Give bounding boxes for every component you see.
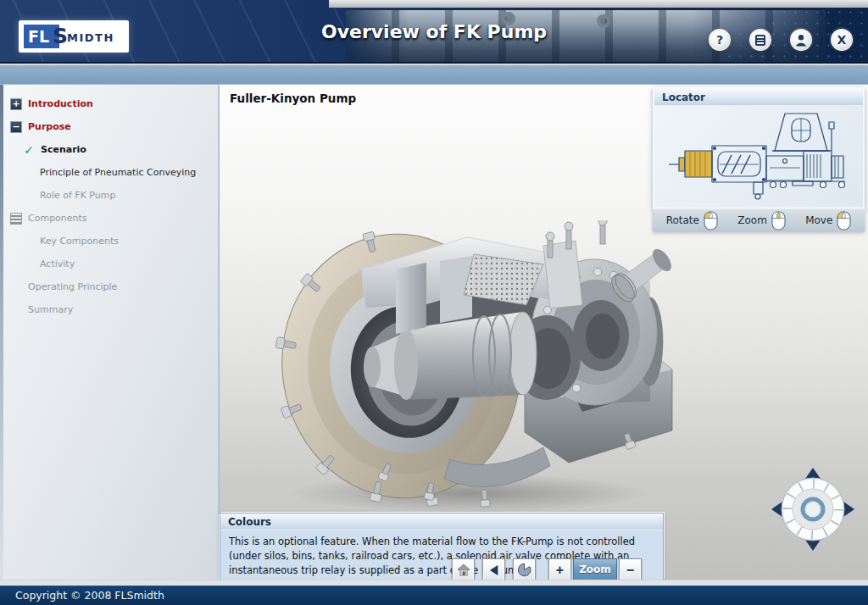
sidebar-item-summary[interactable]: Summary [0,298,218,321]
mouse-control-zoom: Zoom [737,211,786,230]
machine-eyebolt [597,14,610,28]
app-header: FL S MIDTH Overview of FK Pump ? X [0,0,868,64]
footer: Copyright © 2008 FLSmidth [0,586,868,605]
user-icon [794,33,808,47]
sidebar-item-label: Key Components [40,236,119,247]
minus-icon: − [626,563,634,577]
notes-button[interactable] [749,29,771,51]
mouse-icon [704,211,718,230]
sidebar-item-label: Introduction [28,98,93,109]
sidebar-item-label: Components [28,213,87,224]
check-icon: ✓ [23,143,35,157]
mouse-control-label: Move [805,214,832,226]
mouse-icon [837,211,851,230]
mouse-legend: RotateZoomMove [653,208,865,231]
mouse-icon [771,211,786,230]
sidebar-menu: +Introduction−Purpose✓ScenarioPrinciple … [0,85,219,580]
minus-box-icon[interactable]: − [10,121,22,133]
mouse-control-label: Zoom [737,214,767,226]
sidebar-item-introduction[interactable]: +Introduction [0,92,218,115]
notes-icon [755,35,765,46]
pan-right-arrow [843,502,854,517]
back-button[interactable] [482,558,505,581]
sidebar-item-purpose[interactable]: −Purpose [0,115,218,138]
close-icon: X [837,34,847,46]
viewport-nav-buttons: + Zoom − [452,558,642,581]
locator-panel: Locator [653,87,865,208]
back-arrow-icon [488,564,500,576]
zoom-label: Zoom [573,558,617,581]
logo-midth: MIDTH [67,31,114,44]
sidebar-item-label: Operating Principle [28,281,117,292]
page-title: Overview of FK Pump [321,21,547,42]
list-box-icon [10,213,22,225]
footer-divider [0,580,868,586]
mouse-control-label: Rotate [666,214,699,226]
mouse-control-move: Move [805,211,851,230]
colours-title: Colours [220,513,663,530]
pan-up-arrow [805,468,821,479]
sidebar-item-label: Activity [40,258,75,269]
viewport-3d[interactable]: Fuller-Kinyon Pump [219,85,868,580]
pan-left-arrow [771,502,782,517]
rotate-view-button[interactable] [513,558,536,581]
question-icon: ? [716,34,723,46]
header-buttons: ? X [709,29,853,51]
fk-pump-training-app: FL S MIDTH Overview of FK Pump ? X [0,0,868,605]
flsmidth-logo: FL S MIDTH [19,20,129,53]
pump-3d-render[interactable] [270,220,686,517]
help-button[interactable]: ? [709,29,731,51]
locator-title: Locator [654,89,863,106]
pump-schematic [665,108,852,203]
sidebar-item-activity[interactable]: Activity [0,253,218,275]
header-substrip [0,65,868,85]
sidebar-item-scenario[interactable]: ✓Scenario [0,138,218,161]
sidebar-item-label: Principle of Pneumatic Conveying [40,167,196,178]
user-button[interactable] [790,29,812,51]
sidebar-item-principle-of-pneumatic-conveying[interactable]: Principle of Pneumatic Conveying [0,161,218,184]
content-title: Fuller-Kinyon Pump [230,92,356,105]
sidebar-item-label: Role of FK Pump [40,190,115,201]
zoom-in-button[interactable]: + [548,558,571,581]
home-button[interactable] [452,558,475,581]
logo-s: S [53,24,68,48]
sidebar-item-role-of-fk-pump[interactable]: Role of FK Pump [0,184,218,207]
pan-dial[interactable] [766,463,860,556]
rotate-icon [517,563,531,577]
sidebar-item-label: Summary [28,304,73,315]
locator-drawing [654,106,863,205]
sidebar-item-operating-principle[interactable]: Operating Principle [0,275,218,298]
close-button[interactable]: X [831,29,853,51]
plus-icon: + [556,563,564,577]
sidebar-item-components[interactable]: Components [0,207,218,230]
mouse-control-rotate: Rotate [666,211,718,230]
zoom-control: + Zoom − [548,558,642,581]
sidebar-item-label: Scenario [41,144,86,155]
zoom-out-button[interactable]: − [619,558,642,581]
plus-box-icon[interactable]: + [10,98,22,110]
pan-down-arrow [805,540,821,551]
home-icon [457,563,470,576]
sidebar-item-label: Purpose [28,121,71,132]
sidebar-item-key-components[interactable]: Key Components [0,230,218,253]
